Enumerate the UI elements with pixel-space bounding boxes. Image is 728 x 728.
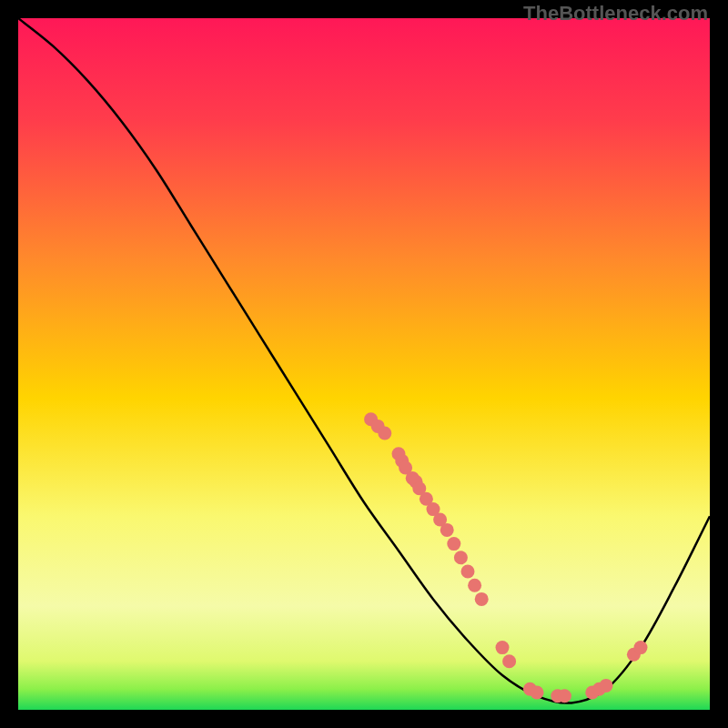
- chart-point: [378, 427, 391, 440]
- chart-point: [502, 654, 516, 668]
- chart-point: [600, 679, 613, 693]
- chart-point: [461, 565, 475, 579]
- chart-point: [558, 689, 571, 703]
- chart-plot-area: [18, 18, 710, 710]
- chart-point: [468, 579, 481, 592]
- chart-point: [496, 641, 510, 654]
- chart-point: [475, 592, 489, 606]
- chart-point: [440, 523, 454, 537]
- chart-point: [454, 551, 468, 564]
- chart-svg: [18, 18, 710, 710]
- chart-point: [531, 686, 544, 700]
- watermark-text: TheBottleneck.com: [523, 2, 708, 25]
- chart-point: [447, 537, 460, 551]
- chart-point: [634, 641, 648, 654]
